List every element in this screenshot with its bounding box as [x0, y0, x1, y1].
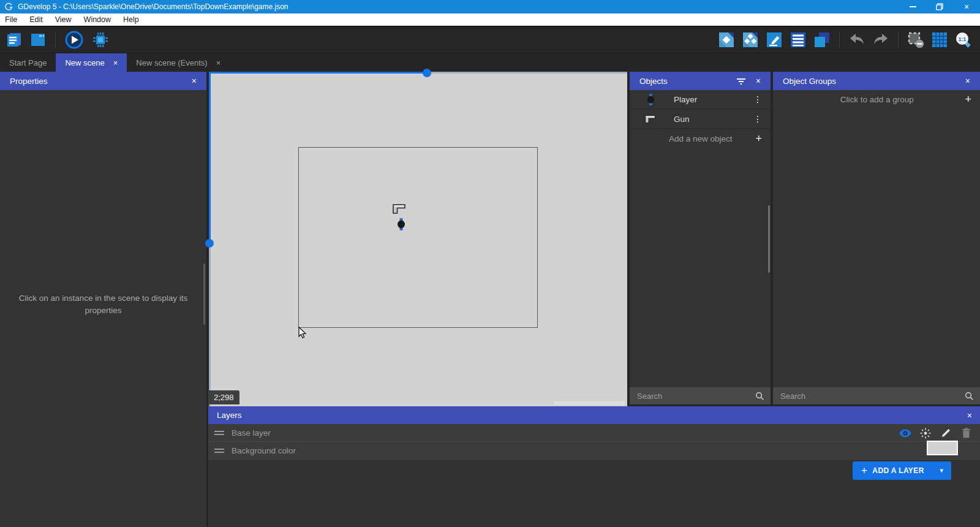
start-page-button[interactable] [29, 31, 47, 49]
toolbar-separator [55, 32, 56, 48]
menu-help[interactable]: Help [117, 13, 145, 26]
toolbar-separator [898, 32, 899, 48]
add-group-button[interactable]: Click to add a group + [773, 90, 980, 109]
title-bar: GDevelop 5 - C:\Users\Sparkle\OneDrive\D… [0, 0, 980, 13]
toolbar-separator [839, 32, 840, 48]
canvas-h-scroll-track [427, 72, 627, 74]
effects-icon [920, 428, 931, 439]
drag-handle-icon[interactable] [214, 449, 224, 453]
tab-label: New scene (Events) [136, 58, 207, 67]
object-row-gun[interactable]: Gun ⋮ [630, 110, 771, 129]
search-icon [965, 392, 974, 401]
cursor-position-badge: 2;298 [208, 390, 239, 404]
undo-button[interactable] [848, 31, 866, 49]
search-icon [755, 392, 764, 401]
tab-start-page[interactable]: Start Page [0, 53, 56, 72]
tab-close-icon[interactable]: × [216, 59, 221, 67]
layer-visibility-button[interactable] [899, 427, 912, 440]
object-menu-icon[interactable]: ⋮ [753, 94, 762, 104]
object-menu-icon[interactable]: ⋮ [753, 114, 762, 124]
zoom-1-1-button[interactable]: 1:1 [954, 31, 973, 49]
layer-effects-button[interactable] [919, 427, 932, 440]
layers-header: Layers × [208, 406, 980, 424]
close-icon[interactable]: × [192, 76, 197, 86]
toggle-layers-panel-button[interactable] [813, 31, 831, 49]
tab-label: Start Page [9, 58, 47, 67]
object-groups-search-input[interactable] [773, 392, 965, 401]
gdevelop-logo-icon [5, 2, 13, 11]
background-color-swatch[interactable] [927, 441, 958, 455]
toggle-properties-panel-button[interactable] [765, 31, 783, 49]
close-icon[interactable]: × [756, 76, 761, 86]
add-object-label: Add a new object [630, 134, 755, 143]
scene-window-bounds [298, 147, 538, 328]
mouse-cursor-icon [298, 327, 307, 339]
filter-icon[interactable] [736, 77, 746, 85]
gun-instance[interactable] [392, 203, 407, 214]
object-row-player[interactable]: Player ⋮ [630, 90, 771, 109]
close-icon[interactable]: × [965, 76, 970, 86]
undo-icon [848, 31, 865, 48]
objects-search-input[interactable] [630, 392, 755, 401]
tab-new-scene[interactable]: New scene × [56, 53, 127, 72]
player-instance[interactable] [396, 218, 406, 230]
canvas-v-scroll-track [209, 243, 211, 406]
start-page-icon [29, 31, 47, 48]
menu-window[interactable]: Window [78, 13, 117, 26]
menu-edit[interactable]: Edit [23, 13, 49, 26]
menu-file[interactable]: File [0, 13, 23, 26]
objects-title: Objects [639, 77, 736, 86]
restore-button[interactable] [926, 0, 953, 13]
play-icon [64, 30, 84, 50]
objects-scrollbar[interactable] [768, 205, 770, 273]
debug-icon [91, 30, 110, 50]
add-layer-button[interactable]: + ADD A LAYER ▼ [853, 461, 951, 480]
object-groups-panel: Object Groups × Click to add a group + [773, 72, 980, 404]
toggle-instances-list-button[interactable] [789, 31, 807, 49]
canvas-h-scroll-handle[interactable] [423, 69, 431, 77]
play-button[interactable] [64, 29, 85, 50]
object-groups-panel-icon [742, 31, 759, 48]
minimize-icon [910, 6, 916, 7]
scene-canvas[interactable]: 2;298 [209, 72, 627, 406]
properties-scrollbar[interactable] [203, 264, 205, 325]
minimize-button[interactable] [899, 0, 926, 13]
debug-button[interactable] [90, 29, 111, 50]
toggle-objects-panel-button[interactable] [717, 31, 736, 49]
svg-text:1:1: 1:1 [959, 36, 967, 42]
tab-bar: Start Page New scene × New scene (Events… [0, 53, 980, 72]
layer-row-base[interactable]: Base layer [208, 424, 980, 442]
toggle-object-groups-panel-button[interactable] [741, 31, 760, 49]
project-manager-button[interactable] [5, 31, 23, 49]
tab-new-scene-events[interactable]: New scene (Events) × [127, 53, 230, 72]
properties-empty-message: Click on an instance in the scene to dis… [12, 292, 194, 317]
plus-icon: + [861, 464, 867, 477]
gun-object-icon [644, 115, 657, 124]
zoom-1-1-icon: 1:1 [955, 31, 972, 48]
redo-button[interactable] [872, 31, 890, 49]
caret-down-icon[interactable]: ▼ [932, 461, 951, 480]
toolbar: 1:1 [0, 26, 980, 53]
close-icon[interactable]: × [967, 411, 972, 420]
layer-name: Background color [232, 446, 296, 455]
drag-handle-icon[interactable] [214, 431, 224, 435]
trash-icon [962, 428, 971, 438]
object-name: Gun [674, 115, 690, 124]
properties-panel: Properties × Click on an instance in the… [0, 72, 206, 527]
canvas-v-scroll-handle[interactable] [205, 239, 214, 248]
menu-view[interactable]: View [49, 13, 78, 26]
layer-delete-button[interactable] [959, 427, 973, 440]
plus-icon: + [965, 93, 971, 106]
add-group-label: Click to add a group [773, 95, 965, 104]
add-object-button[interactable]: Add a new object + [630, 129, 771, 148]
close-button[interactable]: × [953, 0, 980, 13]
tab-close-icon[interactable]: × [113, 59, 118, 67]
toggle-grid-button[interactable] [930, 31, 949, 49]
layer-row-background[interactable]: Background color [208, 442, 980, 460]
objects-panel-icon [718, 31, 735, 48]
layers-panel: Layers × Base layer [208, 406, 980, 527]
canvas-bottom-scroll-thumb[interactable] [554, 401, 625, 405]
deselect-all-button[interactable] [907, 31, 925, 49]
layer-edit-button[interactable] [939, 427, 952, 440]
layers-panel-icon [813, 31, 831, 48]
